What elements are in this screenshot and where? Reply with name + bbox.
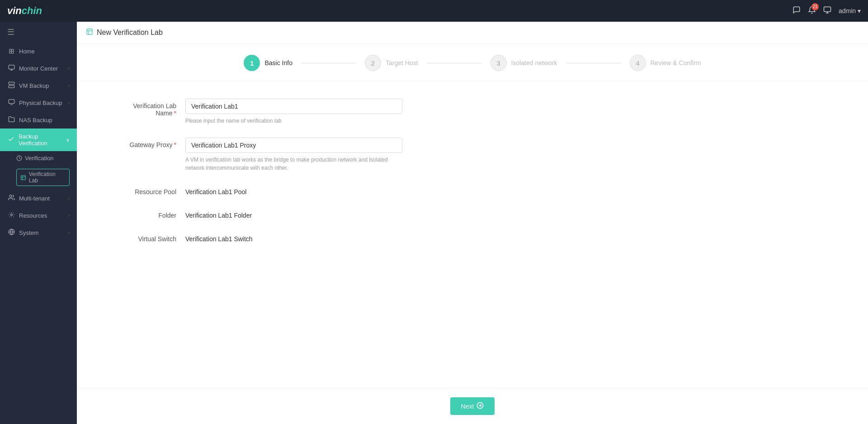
- step-3-label: Isolated network: [511, 59, 557, 67]
- logo-v: vin: [7, 5, 22, 16]
- sub-item-label: Verification: [25, 155, 54, 162]
- sidebar-item-label: Monitor Center: [19, 65, 58, 72]
- backup-verification-icon: [7, 136, 15, 144]
- system-icon: [7, 229, 15, 237]
- top-nav: vinchin 21 admin ▾: [0, 0, 868, 22]
- notification-badge: 21: [811, 3, 819, 10]
- sidebar-item-nas-backup[interactable]: NAS Backup: [0, 111, 77, 129]
- monitor-icon[interactable]: [823, 6, 831, 16]
- folder-label: Folder: [113, 208, 185, 219]
- sidebar-item-home[interactable]: ⊞ Home: [0, 43, 77, 60]
- sidebar-item-physical-backup[interactable]: Physical Backup ›: [0, 94, 77, 111]
- sidebar-item-system[interactable]: System ›: [0, 224, 77, 241]
- form-row-virtual-switch: Virtual Switch Verification Lab1 Switch: [113, 232, 832, 243]
- sidebar-sub-item-verification-lab[interactable]: Verification Lab: [0, 165, 77, 190]
- svg-rect-13: [21, 175, 26, 180]
- step-4: 4 Review & Confirm: [630, 55, 701, 71]
- sidebar-sub-item-verification[interactable]: Verification: [0, 151, 77, 165]
- layout: ☰ ⊞ Home Monitor Center › VM Backup › Ph…: [0, 22, 868, 424]
- gateway-proxy-input-group: A VM in verification lab works as the br…: [185, 138, 402, 172]
- virtual-switch-label: Virtual Switch: [113, 232, 185, 243]
- logo: vinchin: [7, 5, 42, 17]
- top-nav-right: 21 admin ▾: [793, 6, 861, 16]
- form-row-lab-name: Verification Lab Name* Please input the …: [113, 99, 832, 125]
- sidebar-item-resources[interactable]: Resources ›: [0, 207, 77, 224]
- form-row-folder: Folder Verification Lab1 Folder: [113, 208, 832, 219]
- svg-point-17: [10, 214, 12, 216]
- page-title: New Verification Lab: [97, 29, 163, 37]
- sidebar-item-label: Multi-tenant: [19, 195, 50, 202]
- resources-icon: [7, 211, 15, 219]
- svg-rect-3: [9, 65, 14, 69]
- virtual-switch-value: Verification Lab1 Switch: [185, 232, 253, 243]
- svg-rect-10: [9, 100, 14, 104]
- resource-pool-value: Verification Lab1 Pool: [185, 185, 246, 195]
- sidebar-item-label: Home: [19, 48, 35, 55]
- sidebar-item-label: Resources: [19, 212, 47, 219]
- step-connector-1: [302, 63, 356, 63]
- notifications-icon[interactable]: 21: [808, 6, 816, 16]
- svg-rect-6: [9, 82, 14, 84]
- sidebar-item-label: Backup Verification: [19, 133, 66, 147]
- sidebar: ☰ ⊞ Home Monitor Center › VM Backup › Ph…: [0, 22, 77, 424]
- multi-tenant-icon: [7, 194, 15, 202]
- home-icon: ⊞: [7, 47, 15, 55]
- step-1-label: Basic Info: [264, 59, 292, 67]
- monitor-center-icon: [7, 64, 15, 72]
- resource-pool-label: Resource Pool: [113, 185, 185, 195]
- chevron-right-icon: ›: [68, 230, 70, 235]
- page-header-icon: [86, 28, 93, 37]
- main-content: New Verification Lab 1 Basic Info 2 Targ…: [77, 22, 868, 424]
- step-3-circle: 3: [491, 55, 507, 71]
- nas-backup-icon: [7, 116, 15, 124]
- step-1: 1 Basic Info: [244, 55, 292, 71]
- svg-rect-7: [9, 86, 14, 88]
- verification-lab-box[interactable]: Verification Lab: [16, 169, 70, 186]
- svg-point-16: [9, 195, 12, 197]
- next-arrow-icon: [476, 402, 484, 410]
- lab-name-input[interactable]: [185, 99, 402, 114]
- chevron-right-icon: ›: [68, 195, 70, 201]
- step-2-circle: 2: [365, 55, 381, 71]
- lab-name-label: Verification Lab Name*: [113, 99, 185, 117]
- gateway-proxy-label: Gateway Proxy*: [113, 138, 185, 148]
- sidebar-item-multi-tenant[interactable]: Multi-tenant ›: [0, 190, 77, 207]
- wizard-steps: 1 Basic Info 2 Target Host 3 Isolated ne…: [77, 44, 868, 81]
- step-connector-2: [427, 63, 481, 63]
- lab-name-input-group: Please input the name of verification la…: [185, 99, 402, 125]
- page-header: New Verification Lab: [77, 22, 868, 44]
- page-footer: Next: [77, 388, 868, 424]
- gateway-proxy-hint: A VM in verification lab works as the br…: [185, 156, 402, 172]
- sidebar-item-label: NAS Backup: [19, 117, 52, 124]
- chevron-right-icon: ›: [68, 213, 70, 218]
- sidebar-item-label: VM Backup: [19, 82, 49, 89]
- gateway-proxy-input[interactable]: [185, 138, 402, 153]
- form-area: Verification Lab Name* Please input the …: [77, 81, 868, 388]
- vm-backup-icon: [7, 81, 15, 90]
- step-2: 2 Target Host: [365, 55, 418, 71]
- folder-value: Verification Lab1 Folder: [185, 208, 252, 219]
- next-button-label: Next: [461, 403, 474, 410]
- hamburger-icon[interactable]: ☰: [0, 22, 77, 43]
- sidebar-item-vm-backup[interactable]: VM Backup ›: [0, 77, 77, 94]
- physical-backup-icon: [7, 99, 15, 107]
- step-1-circle: 1: [244, 55, 260, 71]
- sub-item-label: Verification Lab: [29, 171, 66, 184]
- sidebar-item-backup-verification[interactable]: Backup Verification ∨: [0, 129, 77, 151]
- step-4-circle: 4: [630, 55, 646, 71]
- chevron-right-icon: ›: [68, 66, 70, 71]
- step-2-label: Target Host: [386, 59, 418, 67]
- admin-menu[interactable]: admin ▾: [839, 7, 861, 14]
- step-3: 3 Isolated network: [491, 55, 557, 71]
- form-row-gateway-proxy: Gateway Proxy* A VM in verification lab …: [113, 138, 832, 172]
- sidebar-item-monitor-center[interactable]: Monitor Center ›: [0, 60, 77, 77]
- next-button[interactable]: Next: [450, 397, 495, 415]
- step-4-label: Review & Confirm: [651, 59, 701, 67]
- svg-rect-0: [824, 7, 830, 12]
- lab-name-hint: Please input the name of verification la…: [185, 117, 402, 125]
- svg-rect-18: [87, 29, 92, 34]
- messages-icon[interactable]: [793, 6, 801, 16]
- page-container: New Verification Lab 1 Basic Info 2 Targ…: [77, 22, 868, 424]
- form-row-resource-pool: Resource Pool Verification Lab1 Pool: [113, 185, 832, 195]
- sidebar-item-label: System: [19, 229, 38, 236]
